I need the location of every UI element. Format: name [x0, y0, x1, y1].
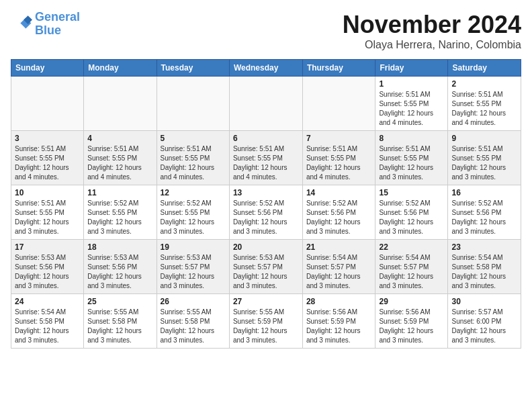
- day-number: 7: [306, 134, 372, 143]
- calendar-day: 15Sunrise: 5:52 AM Sunset: 5:56 PM Dayli…: [375, 185, 448, 240]
- day-number: 28: [306, 297, 372, 306]
- day-number: 2: [451, 79, 517, 89]
- calendar-day: 22Sunrise: 5:54 AM Sunset: 5:57 PM Dayli…: [375, 240, 448, 294]
- day-info: Sunrise: 5:54 AM Sunset: 5:57 PM Dayligh…: [379, 253, 444, 291]
- day-number: 19: [161, 242, 226, 252]
- day-info: Sunrise: 5:53 AM Sunset: 5:56 PM Dayligh…: [15, 253, 80, 291]
- calendar-week-row: 1Sunrise: 5:51 AM Sunset: 5:55 PM Daylig…: [11, 77, 521, 131]
- calendar-week-row: 10Sunrise: 5:51 AM Sunset: 5:55 PM Dayli…: [11, 185, 521, 240]
- day-number: 25: [87, 297, 152, 306]
- day-info: Sunrise: 5:51 AM Sunset: 5:55 PM Dayligh…: [379, 90, 444, 128]
- calendar-day: 19Sunrise: 5:53 AM Sunset: 5:57 PM Dayli…: [157, 240, 229, 294]
- day-number: 27: [233, 297, 299, 306]
- calendar-day: 23Sunrise: 5:54 AM Sunset: 5:58 PM Dayli…: [448, 240, 521, 294]
- day-info: Sunrise: 5:56 AM Sunset: 5:59 PM Dayligh…: [379, 308, 444, 345]
- day-info: Sunrise: 5:51 AM Sunset: 5:55 PM Dayligh…: [15, 199, 80, 236]
- day-info: Sunrise: 5:52 AM Sunset: 5:55 PM Dayligh…: [87, 199, 152, 236]
- calendar-day: 16Sunrise: 5:52 AM Sunset: 5:56 PM Dayli…: [448, 185, 521, 240]
- day-info: Sunrise: 5:54 AM Sunset: 5:57 PM Dayligh…: [306, 253, 372, 291]
- day-info: Sunrise: 5:51 AM Sunset: 5:55 PM Dayligh…: [233, 144, 299, 182]
- day-number: 20: [233, 242, 299, 252]
- day-number: 6: [233, 134, 299, 143]
- day-info: Sunrise: 5:51 AM Sunset: 5:55 PM Dayligh…: [87, 144, 152, 182]
- day-info: Sunrise: 5:51 AM Sunset: 5:55 PM Dayligh…: [451, 90, 517, 128]
- day-info: Sunrise: 5:51 AM Sunset: 5:55 PM Dayligh…: [161, 144, 226, 182]
- calendar-day: 14Sunrise: 5:52 AM Sunset: 5:56 PM Dayli…: [302, 185, 375, 240]
- day-info: Sunrise: 5:55 AM Sunset: 5:58 PM Dayligh…: [161, 308, 226, 345]
- calendar-day: 24Sunrise: 5:54 AM Sunset: 5:58 PM Dayli…: [11, 294, 84, 349]
- day-info: Sunrise: 5:52 AM Sunset: 5:55 PM Dayligh…: [161, 199, 226, 236]
- day-number: 17: [15, 242, 80, 252]
- day-info: Sunrise: 5:52 AM Sunset: 5:56 PM Dayligh…: [379, 199, 444, 236]
- day-number: 13: [233, 188, 299, 197]
- calendar-table: SundayMondayTuesdayWednesdayThursdayFrid…: [11, 59, 521, 349]
- calendar-day: 11Sunrise: 5:52 AM Sunset: 5:55 PM Dayli…: [84, 185, 157, 240]
- calendar-header-row: SundayMondayTuesdayWednesdayThursdayFrid…: [11, 60, 521, 77]
- day-number: 14: [306, 188, 372, 197]
- month-title: November 2024: [343, 11, 521, 39]
- day-number: 3: [15, 134, 80, 143]
- logo-icon: [11, 13, 32, 35]
- day-number: 11: [87, 188, 152, 197]
- calendar-day: 9Sunrise: 5:51 AM Sunset: 5:55 PM Daylig…: [448, 131, 521, 185]
- calendar-day: 13Sunrise: 5:52 AM Sunset: 5:56 PM Dayli…: [229, 185, 302, 240]
- calendar-day: 4Sunrise: 5:51 AM Sunset: 5:55 PM Daylig…: [84, 131, 157, 185]
- day-info: Sunrise: 5:51 AM Sunset: 5:55 PM Dayligh…: [306, 144, 372, 182]
- day-number: 29: [379, 297, 444, 306]
- day-info: Sunrise: 5:52 AM Sunset: 5:56 PM Dayligh…: [233, 199, 299, 236]
- day-number: 18: [87, 242, 152, 252]
- calendar-header-thursday: Thursday: [302, 60, 375, 77]
- calendar-day: 5Sunrise: 5:51 AM Sunset: 5:55 PM Daylig…: [157, 131, 229, 185]
- day-info: Sunrise: 5:53 AM Sunset: 5:57 PM Dayligh…: [161, 253, 226, 291]
- calendar-week-row: 17Sunrise: 5:53 AM Sunset: 5:56 PM Dayli…: [11, 240, 521, 294]
- day-number: 30: [451, 297, 517, 306]
- day-info: Sunrise: 5:55 AM Sunset: 5:59 PM Dayligh…: [233, 308, 299, 345]
- day-number: 8: [379, 134, 444, 143]
- calendar-day: 27Sunrise: 5:55 AM Sunset: 5:59 PM Dayli…: [229, 294, 302, 349]
- title-block: November 2024 Olaya Herrera, Narino, Col…: [343, 11, 521, 51]
- day-number: 16: [451, 188, 517, 197]
- day-number: 5: [161, 134, 226, 143]
- calendar-day: 6Sunrise: 5:51 AM Sunset: 5:55 PM Daylig…: [229, 131, 302, 185]
- calendar-day: [302, 77, 375, 131]
- day-number: 22: [379, 242, 444, 252]
- calendar-day: 29Sunrise: 5:56 AM Sunset: 5:59 PM Dayli…: [375, 294, 448, 349]
- day-info: Sunrise: 5:53 AM Sunset: 5:56 PM Dayligh…: [87, 253, 152, 291]
- location-subtitle: Olaya Herrera, Narino, Colombia: [343, 39, 521, 51]
- day-info: Sunrise: 5:57 AM Sunset: 6:00 PM Dayligh…: [451, 308, 517, 345]
- day-info: Sunrise: 5:54 AM Sunset: 5:58 PM Dayligh…: [451, 253, 517, 291]
- day-info: Sunrise: 5:51 AM Sunset: 5:55 PM Dayligh…: [15, 144, 80, 182]
- calendar-day: 17Sunrise: 5:53 AM Sunset: 5:56 PM Dayli…: [11, 240, 84, 294]
- day-number: 4: [87, 134, 152, 143]
- calendar-day: 1Sunrise: 5:51 AM Sunset: 5:55 PM Daylig…: [375, 77, 448, 131]
- day-info: Sunrise: 5:51 AM Sunset: 5:55 PM Dayligh…: [379, 144, 444, 182]
- calendar-day: 26Sunrise: 5:55 AM Sunset: 5:58 PM Dayli…: [157, 294, 229, 349]
- calendar-day: 28Sunrise: 5:56 AM Sunset: 5:59 PM Dayli…: [302, 294, 375, 349]
- calendar-day: 25Sunrise: 5:55 AM Sunset: 5:58 PM Dayli…: [84, 294, 157, 349]
- day-info: Sunrise: 5:55 AM Sunset: 5:58 PM Dayligh…: [87, 308, 152, 345]
- calendar-day: 18Sunrise: 5:53 AM Sunset: 5:56 PM Dayli…: [84, 240, 157, 294]
- day-number: 26: [161, 297, 226, 306]
- logo: General Blue: [11, 11, 80, 38]
- calendar-header-friday: Friday: [375, 60, 448, 77]
- calendar-day: [11, 77, 84, 131]
- day-info: Sunrise: 5:52 AM Sunset: 5:56 PM Dayligh…: [306, 199, 372, 236]
- calendar-day: 30Sunrise: 5:57 AM Sunset: 6:00 PM Dayli…: [448, 294, 521, 349]
- calendar-week-row: 3Sunrise: 5:51 AM Sunset: 5:55 PM Daylig…: [11, 131, 521, 185]
- day-number: 1: [379, 79, 444, 89]
- calendar-day: [157, 77, 229, 131]
- day-number: 10: [15, 188, 80, 197]
- day-number: 12: [161, 188, 226, 197]
- day-info: Sunrise: 5:56 AM Sunset: 5:59 PM Dayligh…: [306, 308, 372, 345]
- day-info: Sunrise: 5:54 AM Sunset: 5:58 PM Dayligh…: [15, 308, 80, 345]
- calendar-day: 7Sunrise: 5:51 AM Sunset: 5:55 PM Daylig…: [302, 131, 375, 185]
- day-number: 24: [15, 297, 80, 306]
- day-number: 23: [451, 242, 517, 252]
- logo-text: General Blue: [35, 11, 80, 38]
- calendar-day: 20Sunrise: 5:53 AM Sunset: 5:57 PM Dayli…: [229, 240, 302, 294]
- calendar-day: 21Sunrise: 5:54 AM Sunset: 5:57 PM Dayli…: [302, 240, 375, 294]
- calendar-header-saturday: Saturday: [448, 60, 521, 77]
- day-number: 9: [451, 134, 517, 143]
- calendar-day: 8Sunrise: 5:51 AM Sunset: 5:55 PM Daylig…: [375, 131, 448, 185]
- calendar-header-wednesday: Wednesday: [229, 60, 302, 77]
